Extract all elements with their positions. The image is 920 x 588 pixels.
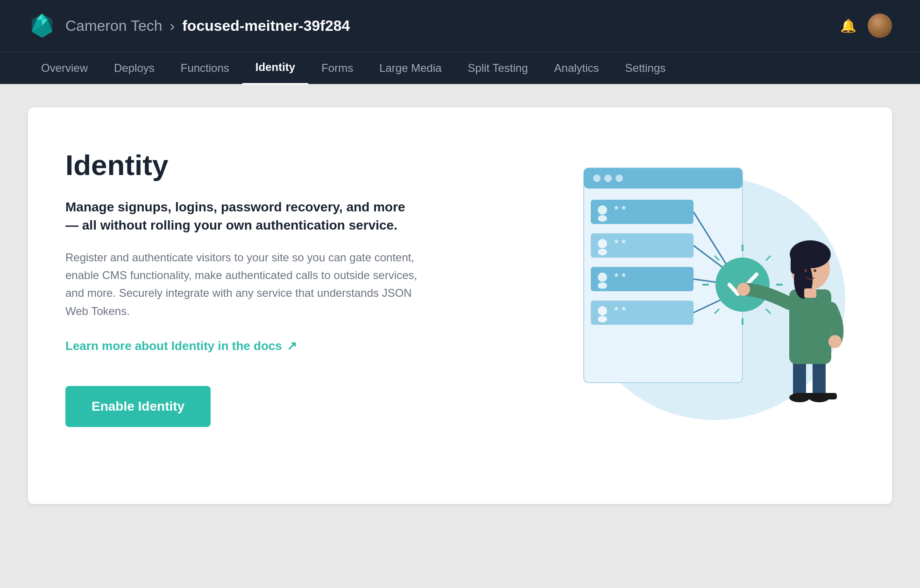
svg-point-12 bbox=[604, 175, 612, 182]
breadcrumb-site[interactable]: focused-meitner-39f284 bbox=[182, 17, 350, 35]
svg-point-27 bbox=[598, 306, 607, 315]
svg-point-15 bbox=[598, 205, 607, 215]
identity-subtitle: Manage signups, logins, password recover… bbox=[65, 198, 420, 234]
nav-overview[interactable]: Overview bbox=[28, 52, 101, 84]
svg-point-13 bbox=[616, 175, 623, 182]
nav-identity[interactable]: Identity bbox=[242, 52, 308, 84]
svg-point-24 bbox=[598, 282, 607, 289]
external-link-icon: ↗ bbox=[287, 339, 297, 353]
nav-functions[interactable]: Functions bbox=[168, 52, 242, 84]
header-left: Cameron Tech › focused-meitner-39f284 bbox=[28, 12, 350, 40]
page-content: Identity Manage signups, logins, passwor… bbox=[0, 84, 920, 588]
svg-text:* *: * * bbox=[614, 304, 626, 317]
svg-point-28 bbox=[598, 316, 607, 322]
enable-identity-button[interactable]: Enable Identity bbox=[65, 386, 211, 427]
nav-deploys[interactable]: Deploys bbox=[101, 52, 168, 84]
identity-card: Identity Manage signups, logins, passwor… bbox=[28, 107, 892, 504]
header-right: 🔔 bbox=[840, 14, 892, 38]
nav-forms[interactable]: Forms bbox=[308, 52, 366, 84]
svg-point-20 bbox=[598, 249, 607, 255]
bell-icon[interactable]: 🔔 bbox=[840, 18, 856, 34]
nav-large-media[interactable]: Large Media bbox=[366, 52, 454, 84]
svg-point-11 bbox=[593, 175, 601, 182]
identity-left-panel: Identity Manage signups, logins, passwor… bbox=[65, 140, 420, 427]
svg-rect-43 bbox=[793, 359, 806, 397]
svg-text:* *: * * bbox=[614, 203, 626, 216]
svg-point-56 bbox=[804, 269, 807, 272]
avatar[interactable] bbox=[868, 14, 892, 38]
netlify-logo-icon bbox=[28, 12, 56, 40]
svg-rect-58 bbox=[804, 288, 816, 298]
identity-illustration: * * * * * * * * bbox=[528, 131, 855, 422]
nav-split-testing[interactable]: Split Testing bbox=[455, 52, 541, 84]
svg-text:* *: * * bbox=[614, 237, 626, 250]
svg-rect-49 bbox=[789, 289, 831, 364]
identity-description: Register and authenticate visitors to yo… bbox=[65, 249, 420, 321]
svg-rect-48 bbox=[814, 393, 837, 399]
svg-point-16 bbox=[598, 215, 607, 222]
breadcrumb: Cameron Tech › focused-meitner-39f284 bbox=[65, 17, 350, 35]
svg-point-50 bbox=[737, 283, 750, 296]
svg-point-51 bbox=[828, 335, 842, 348]
identity-title: Identity bbox=[65, 149, 420, 181]
breadcrumb-team[interactable]: Cameron Tech bbox=[65, 17, 163, 35]
svg-point-23 bbox=[598, 273, 607, 282]
identity-docs-link[interactable]: Learn more about Identity in the docs ↗ bbox=[65, 339, 297, 353]
svg-rect-44 bbox=[813, 359, 826, 397]
nav-analytics[interactable]: Analytics bbox=[541, 52, 612, 84]
svg-text:* *: * * bbox=[614, 271, 626, 283]
header: Cameron Tech › focused-meitner-39f284 🔔 bbox=[0, 0, 920, 51]
nav-settings[interactable]: Settings bbox=[612, 52, 679, 84]
svg-point-57 bbox=[814, 269, 816, 272]
breadcrumb-separator: › bbox=[170, 17, 175, 35]
main-nav: Overview Deploys Functions Identity Form… bbox=[0, 51, 920, 84]
svg-point-19 bbox=[598, 239, 607, 248]
